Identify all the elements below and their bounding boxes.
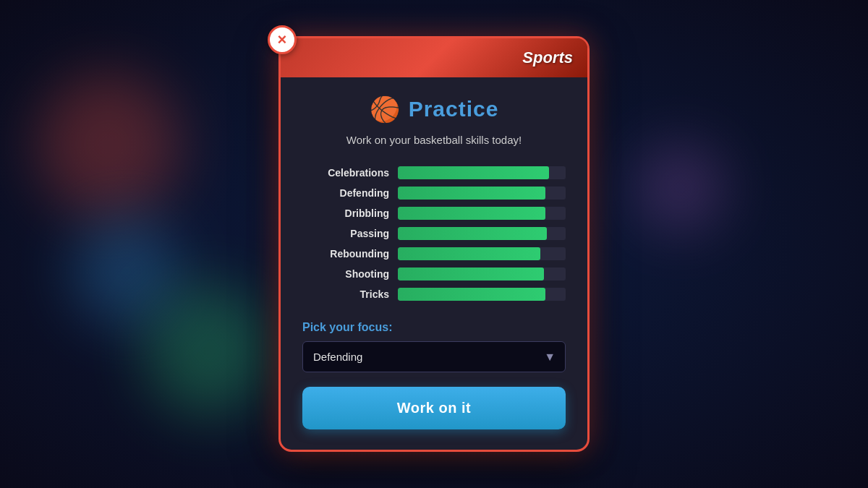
- skill-bar-fill: [398, 288, 545, 301]
- skill-row: Defending: [302, 187, 566, 200]
- close-icon: ×: [278, 32, 287, 48]
- focus-select[interactable]: CelebrationsDefendingDribblingPassingReb…: [302, 341, 566, 372]
- close-button[interactable]: ×: [268, 25, 297, 54]
- skill-bar-fill: [398, 227, 547, 240]
- skill-row: Dribbling: [302, 207, 566, 220]
- modal-header-title: Sports: [522, 48, 573, 67]
- practice-subtitle: Work on your basketball skills today!: [302, 134, 566, 146]
- skill-label: Shooting: [302, 268, 389, 280]
- modal-header: Sports: [281, 38, 587, 77]
- basketball-icon: 🏀: [370, 95, 400, 124]
- skill-label: Defending: [302, 187, 389, 199]
- modal-wrapper: × Sports 🏀 Practice Work on your basketb…: [278, 36, 590, 452]
- skill-bar-fill: [398, 267, 544, 281]
- skill-bar-track: [398, 247, 566, 260]
- skill-bar-track: [398, 267, 566, 281]
- focus-section: Pick your focus: CelebrationsDefendingDr…: [302, 321, 566, 372]
- skill-bar-track: [398, 207, 566, 220]
- focus-select-wrapper: CelebrationsDefendingDribblingPassingReb…: [302, 341, 566, 372]
- skill-label: Tricks: [302, 288, 389, 300]
- skill-bar-fill: [398, 207, 545, 220]
- skill-row: Rebounding: [302, 247, 566, 260]
- skill-label: Passing: [302, 228, 389, 239]
- skill-label: Rebounding: [302, 248, 389, 260]
- skill-bar-track: [398, 187, 566, 200]
- skill-bar-fill: [398, 166, 549, 179]
- practice-modal: × Sports 🏀 Practice Work on your basketb…: [278, 36, 590, 452]
- bg-decoration-3: [145, 286, 275, 416]
- skill-bar-track: [398, 227, 566, 240]
- skill-row: Passing: [302, 227, 566, 240]
- skill-bar-fill: [398, 247, 540, 260]
- skills-section: CelebrationsDefendingDribblingPassingReb…: [302, 166, 566, 301]
- skill-row: Tricks: [302, 288, 566, 301]
- work-on-it-button[interactable]: Work on it: [302, 387, 566, 429]
- bg-decoration-4: [637, 145, 723, 231]
- modal-body: 🏀 Practice Work on your basketball skill…: [281, 77, 587, 450]
- skill-row: Shooting: [302, 267, 566, 281]
- practice-title: Practice: [409, 97, 499, 121]
- bg-decoration-1: [36, 72, 181, 217]
- skill-label: Dribbling: [302, 207, 389, 219]
- skill-bar-track: [398, 288, 566, 301]
- focus-label: Pick your focus:: [302, 321, 566, 334]
- practice-title-row: 🏀 Practice: [302, 95, 566, 124]
- skill-bar-track: [398, 166, 566, 179]
- skill-row: Celebrations: [302, 166, 566, 179]
- skill-bar-fill: [398, 187, 545, 200]
- skill-label: Celebrations: [302, 167, 389, 179]
